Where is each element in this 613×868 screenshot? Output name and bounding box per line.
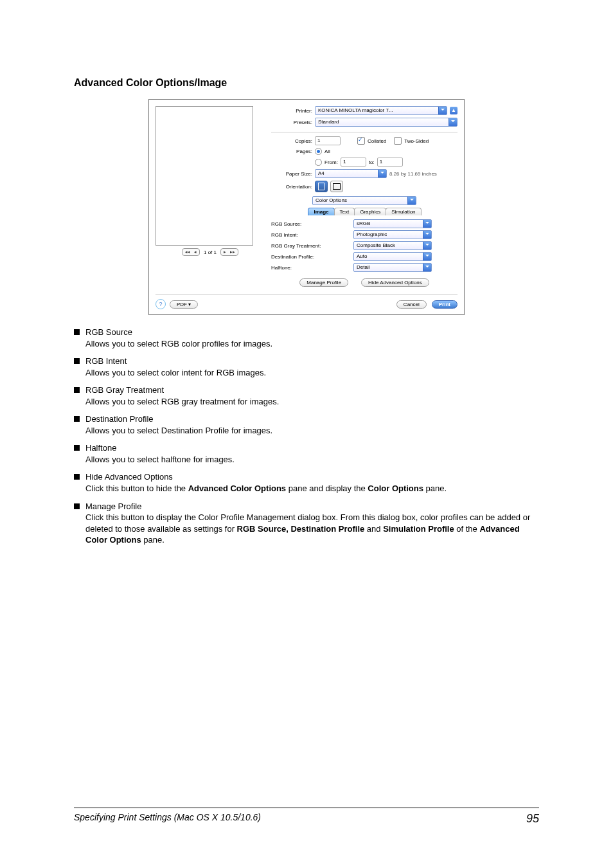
pages-from-label: From: (324, 159, 338, 165)
page-footer: Specifying Print Settings (Mac OS X 10.5… (74, 808, 539, 826)
pane-select[interactable]: Color Options (312, 196, 416, 205)
printer-refresh-button[interactable]: ▲ (450, 107, 458, 114)
pages-to-input[interactable]: 1 (377, 158, 403, 167)
tab-graphics[interactable]: Graphics (354, 208, 386, 215)
list-item: RGB Source Allows you to select RGB colo… (74, 327, 539, 349)
print-dialog: ◂◂ ◂ 1 of 1 ▸ ▸▸ Printer: KONICA MINOLTA… (148, 99, 465, 315)
pages-all-label: All (324, 149, 330, 154)
bullet-title: Destination Profile (85, 413, 539, 425)
orientation-label: Orientation: (271, 184, 312, 190)
section-title: Advanced Color Options/Image (74, 77, 539, 89)
bullet-title: Hide Advanced Options (85, 471, 539, 483)
orientation-portrait-button[interactable] (315, 181, 328, 192)
rgb-intent-select[interactable]: Photographic (353, 230, 432, 239)
copies-input[interactable]: 1 (315, 136, 341, 145)
bullet-title: Manage Profile (85, 501, 539, 512)
presets-label: Presets: (271, 120, 312, 125)
footer-page-number: 95 (526, 812, 539, 826)
presets-select[interactable]: Standard (315, 118, 458, 127)
paper-size-label: Paper Size: (271, 171, 312, 177)
pages-from-radio[interactable] (315, 159, 322, 166)
nav-last-button[interactable]: ▸ ▸▸ (220, 248, 238, 256)
help-icon[interactable]: ? (155, 299, 166, 309)
print-button[interactable]: Print (432, 300, 458, 309)
bullet-title: Halftone (85, 442, 539, 454)
destination-profile-select[interactable]: Auto (353, 252, 432, 261)
list-item: Hide Advanced Options Click this button … (74, 471, 539, 494)
pdf-menu-button[interactable]: PDF ▾ (170, 300, 198, 309)
hide-advanced-options-button[interactable]: Hide Advanced Options (361, 278, 429, 287)
paper-dims-text: 8.26 by 11.69 inches (389, 171, 437, 177)
list-item: Destination Profile Allows you to select… (74, 413, 539, 436)
bullet-title: RGB Source (85, 327, 539, 338)
pages-all-radio[interactable] (315, 148, 322, 155)
tab-simulation[interactable]: Simulation (386, 208, 421, 215)
collated-checkbox[interactable] (357, 137, 365, 145)
pages-label: Pages: (271, 149, 312, 154)
copies-label: Copies: (271, 138, 312, 144)
manage-profile-button[interactable]: Manage Profile (299, 278, 348, 287)
bullet-title: RGB Gray Treatment (85, 384, 539, 396)
paper-size-select[interactable]: A4 (315, 169, 387, 178)
rgb-source-select[interactable]: sRGB (353, 219, 432, 228)
pages-from-input[interactable]: 1 (341, 158, 366, 167)
tab-image[interactable]: Image (308, 208, 334, 215)
bullet-body: Click this button to hide the Advanced C… (85, 484, 447, 493)
list-item: Halftone Allows you to select halftone f… (74, 442, 539, 465)
halftone-select[interactable]: Detail (353, 263, 432, 272)
rgb-gray-select[interactable]: Composite Black (353, 241, 432, 250)
cancel-button[interactable]: Cancel (396, 300, 427, 309)
bullet-body: Click this button to display the Color P… (85, 512, 530, 545)
list-item: RGB Intent Allows you to select color in… (74, 356, 539, 378)
bullet-body: Allows you to select RGB gray treatment … (85, 397, 279, 406)
collated-label: Collated (368, 138, 386, 144)
halftone-label: Halftone: (271, 265, 348, 271)
destination-profile-label: Destination Profile: (271, 254, 348, 260)
bullet-body: Allows you to select color intent for RG… (85, 368, 266, 377)
list-item: Manage Profile Click this button to disp… (74, 501, 539, 546)
preview-page-indicator: 1 of 1 (204, 249, 217, 255)
rgb-gray-label: RGB Gray Treatment: (271, 243, 348, 249)
pages-to-label: to: (369, 159, 375, 165)
print-preview (155, 106, 253, 246)
bullet-body: Allows you to select RGB color profiles … (85, 339, 272, 348)
nav-first-button[interactable]: ◂◂ ◂ (182, 248, 200, 256)
list-item: RGB Gray Treatment Allows you to select … (74, 384, 539, 407)
rgb-intent-label: RGB Intent: (271, 232, 348, 238)
bullet-title: RGB Intent (85, 356, 539, 367)
printer-label: Printer: (271, 108, 312, 114)
tab-text[interactable]: Text (334, 208, 355, 215)
footer-text: Specifying Print Settings (Mac OS X 10.5… (74, 812, 261, 826)
rgb-source-label: RGB Source: (271, 221, 348, 227)
twosided-label: Two-Sided (404, 138, 429, 144)
orientation-landscape-button[interactable] (330, 181, 343, 192)
twosided-checkbox[interactable] (394, 137, 402, 145)
printer-select[interactable]: KONICA MINOLTA magicolor 7... (315, 106, 447, 115)
bullet-body: Allows you to select Destination Profile… (85, 426, 272, 435)
bullet-body: Allows you to select halftone for images… (85, 455, 235, 464)
